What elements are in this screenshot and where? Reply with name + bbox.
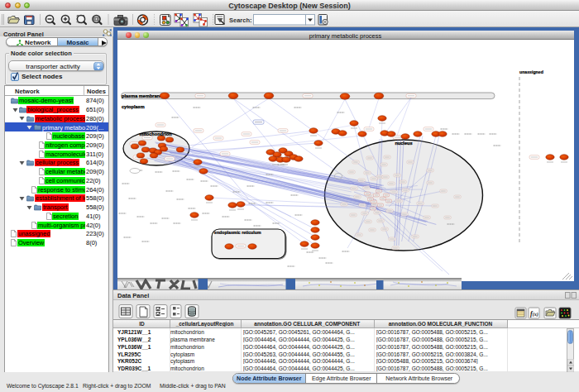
svg-text:cytoplasm: cytoplasm: [122, 104, 145, 109]
svg-text:mitochondrion: mitochondrion: [139, 131, 172, 136]
svg-text:f(x): f(x): [530, 309, 538, 317]
svg-text:nucleus: nucleus: [395, 141, 412, 146]
svg-text:plasma membrane: plasma membrane: [122, 93, 162, 98]
svg-text:endoplasmic reticulum: endoplasmic reticulum: [214, 230, 261, 235]
svg-text:Search:: Search:: [229, 17, 252, 24]
svg-text:unassigned: unassigned: [519, 69, 543, 74]
